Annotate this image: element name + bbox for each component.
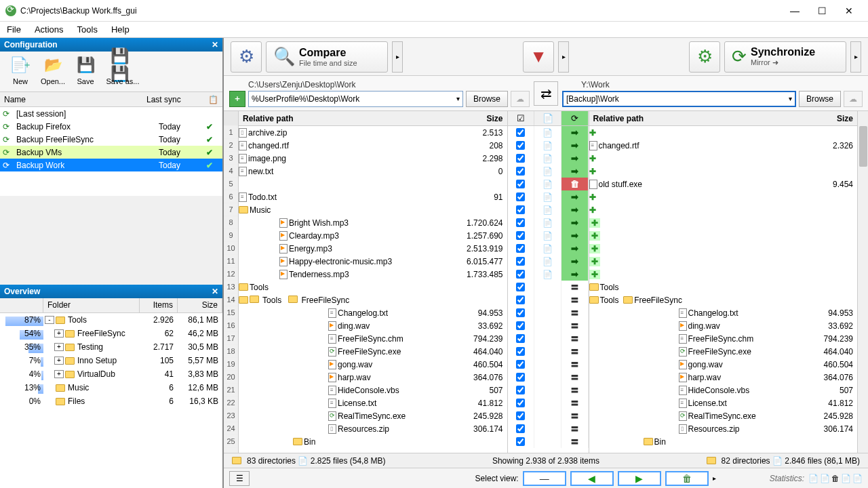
grid-row-right[interactable]: ding.wav 33.692 — [589, 319, 858, 332]
compare-dropdown[interactable]: ▸ — [392, 41, 403, 73]
config-item[interactable]: Backup VMs Today ✔ — [0, 146, 222, 159]
row-number[interactable]: 13 — [224, 281, 238, 293]
mid-col-check-icon[interactable]: ☑ — [508, 111, 535, 125]
compare-button[interactable]: 🔍 CompareFile time and size — [266, 41, 388, 73]
row-checkbox[interactable] — [508, 358, 535, 371]
col-name[interactable]: Name — [0, 95, 142, 104]
action-icon[interactable]: ➡ — [561, 203, 589, 216]
row-number[interactable]: 24 — [224, 422, 238, 435]
category-icon[interactable]: 📄 — [534, 216, 561, 229]
category-icon[interactable] — [534, 384, 561, 396]
row-checkbox[interactable] — [508, 242, 535, 255]
right-path-dropdown-icon[interactable]: ▾ — [789, 95, 792, 102]
new-config-button[interactable]: 📄＋New — [5, 54, 35, 85]
grid-row-right[interactable]: ✚ — [589, 165, 858, 178]
left-path-dropdown-icon[interactable]: ▾ — [456, 95, 460, 102]
ov-col-items[interactable]: Items — [140, 298, 178, 312]
action-icon[interactable]: 〓 — [561, 422, 589, 435]
grid-row-right[interactable]: ✚ — [589, 190, 858, 203]
grid-row-left[interactable]: harp.wav 364.076 — [239, 371, 507, 384]
maximize-button[interactable]: ☐ — [808, 1, 835, 20]
grid-row-left[interactable]: image.png 2.298 — [239, 152, 507, 165]
overview-row[interactable]: 0% Files 6 16,3 KB — [0, 394, 222, 408]
left-browse-button[interactable]: Browse — [466, 91, 508, 107]
view-action-left-button[interactable]: ◀ — [570, 471, 614, 486]
row-number[interactable]: 16 — [224, 319, 238, 332]
category-icon[interactable]: 📄 — [534, 165, 561, 178]
row-number[interactable]: 20 — [224, 371, 238, 384]
save-config-button[interactable]: 💾Save — [71, 54, 100, 85]
grid-row-left[interactable]: RealTimeSync.exe 245.928 — [239, 409, 507, 422]
sync-settings-button[interactable]: ⚙ — [689, 41, 720, 73]
category-icon[interactable] — [534, 293, 561, 306]
grid-row-left[interactable]: archive.zip 2.513 — [239, 126, 507, 139]
filter-dropdown[interactable]: ▸ — [558, 41, 569, 73]
row-number[interactable]: 17 — [224, 332, 238, 345]
vertical-scrollbar[interactable] — [857, 111, 868, 453]
expand-icon[interactable]: + — [54, 370, 64, 378]
row-number[interactable]: 6 — [224, 190, 238, 203]
action-icon[interactable]: ➡ — [561, 165, 589, 178]
close-window-button[interactable]: ✕ — [835, 1, 863, 20]
category-icon[interactable] — [534, 358, 561, 371]
action-icon[interactable]: 〓 — [561, 281, 589, 293]
row-number[interactable]: 15 — [224, 306, 238, 319]
grid-row-right[interactable]: Tools — [589, 281, 858, 293]
category-icon[interactable] — [534, 281, 561, 293]
sync-dropdown[interactable]: ▸ — [850, 41, 861, 73]
view-action-right-button[interactable]: ▶ — [618, 471, 661, 486]
row-number[interactable]: 19 — [224, 358, 238, 371]
grid-row-right[interactable]: License.txt 41.812 — [589, 396, 858, 409]
action-icon[interactable]: 〓 — [561, 409, 589, 422]
row-checkbox[interactable] — [508, 332, 535, 345]
action-icon[interactable]: 〓 — [561, 306, 589, 319]
category-icon[interactable] — [534, 409, 561, 422]
grid-row-right[interactable]: ✚ — [589, 203, 858, 216]
left-col-size[interactable]: Size — [454, 114, 507, 123]
right-col-size[interactable]: Size — [804, 114, 857, 123]
category-icon[interactable]: 📄 — [534, 242, 561, 255]
grid-row-left[interactable]: gong.wav 460.504 — [239, 358, 507, 371]
left-cloud-button[interactable]: ☁ — [511, 91, 530, 107]
row-checkbox[interactable] — [508, 396, 535, 409]
grid-row-left[interactable]: Tenderness.mp3 1.733.485 — [239, 268, 507, 281]
grid-row-left[interactable] — [239, 178, 507, 190]
action-icon[interactable]: 〓 — [561, 371, 589, 384]
config-item[interactable]: Backup FreeFileSync Today ✔ — [0, 133, 222, 146]
filter-button[interactable]: ▼ — [523, 41, 554, 73]
row-number[interactable]: 21 — [224, 384, 238, 396]
grid-row-right[interactable]: RealTimeSync.exe 245.928 — [589, 409, 858, 422]
grid-row-right[interactable]: ✚ — [589, 268, 858, 281]
synchronize-button[interactable]: ⟳ SynchronizeMirror ➜ — [724, 41, 846, 73]
grid-row-left[interactable]: Energy.mp3 2.513.919 — [239, 242, 507, 255]
grid-row-right[interactable]: Resources.zip 306.174 — [589, 422, 858, 435]
grid-row-right[interactable]: Tools FreeFileSync — [589, 293, 858, 306]
grid-row-left[interactable]: Resources.zip 306.174 — [239, 422, 507, 435]
menu-help[interactable]: Help — [104, 22, 136, 37]
row-number[interactable]: 7 — [224, 203, 238, 216]
grid-row-right[interactable]: harp.wav 364.076 — [589, 371, 858, 384]
ov-col-size[interactable]: Size — [178, 298, 222, 312]
right-path-combo[interactable]: [Backup]\Work ▾ — [562, 91, 796, 107]
row-number[interactable]: 9 — [224, 229, 238, 242]
right-cloud-button[interactable]: ☁ — [844, 91, 863, 107]
action-icon[interactable]: ➡ — [561, 242, 589, 255]
category-icon[interactable]: 📄 — [534, 203, 561, 216]
overview-row[interactable]: 13% Music 6 12,6 MB — [0, 381, 222, 394]
overview-row[interactable]: 87% - Tools 2.926 86,1 MB — [0, 313, 222, 327]
action-icon[interactable]: ➡ — [561, 229, 589, 242]
row-number[interactable]: 23 — [224, 409, 238, 422]
category-icon[interactable]: 📄 — [534, 126, 561, 139]
config-item[interactable]: Backup Firefox Today ✔ — [0, 120, 222, 133]
grid-row-left[interactable]: Music — [239, 203, 507, 216]
grid-row-right[interactable]: old stuff.exe 9.454 — [589, 178, 858, 190]
row-number[interactable]: 8 — [224, 216, 238, 229]
config-close-icon[interactable]: ✕ — [212, 40, 218, 49]
grid-row-left[interactable]: Happy-electronic-music.mp3 6.015.477 — [239, 255, 507, 268]
action-icon[interactable]: 〓 — [561, 319, 589, 332]
row-checkbox[interactable] — [508, 293, 535, 306]
row-checkbox[interactable] — [508, 281, 535, 293]
grid-row-left[interactable]: Tools — [239, 281, 507, 293]
row-checkbox[interactable] — [508, 139, 535, 152]
category-icon[interactable] — [534, 371, 561, 384]
